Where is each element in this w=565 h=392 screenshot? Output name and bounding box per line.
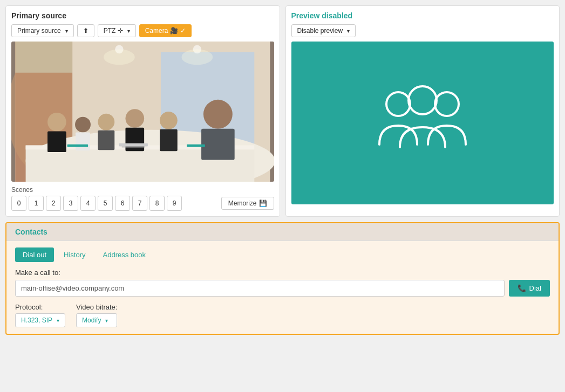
camera-label: Camera [145,27,168,35]
svg-rect-21 [119,143,148,147]
tab-history-label: History [64,251,85,259]
svg-rect-12 [76,133,90,151]
camera-button[interactable]: Camera 🎥 ✓ [139,24,192,37]
call-input[interactable] [15,280,505,297]
ptz-button[interactable]: PTZ ✛ [98,24,136,37]
scene-btn-5[interactable]: 5 [98,196,113,211]
top-section: Primary source Primary source ⬆ PTZ ✛ Ca… [5,5,560,217]
svg-point-30 [435,92,459,116]
dial-button[interactable]: 📞 Dial [509,280,550,297]
svg-rect-20 [201,129,235,160]
preview-panel: Preview disabled Disable preview [285,5,560,217]
preview-title: Preview disabled [291,11,554,20]
primary-source-title: Primary source [11,11,274,20]
contacts-body: Dial out History Address book Make a cal… [6,241,559,334]
contacts-tabs: Dial out History Address book [15,247,550,262]
protocol-label: Protocol: [15,303,65,311]
preview-image [291,42,554,204]
svg-point-15 [125,109,144,128]
primary-source-toolbar: Primary source ⬆ PTZ ✛ Camera 🎥 ✓ [11,24,274,37]
contacts-title: Contacts [15,228,47,236]
memorize-label: Memorize [228,200,257,207]
svg-rect-22 [122,147,145,148]
scene-btn-6[interactable]: 6 [115,196,130,211]
meeting-room-svg [11,42,274,182]
preview-toolbar: Disable preview [291,24,554,37]
tab-address-book[interactable]: Address book [96,247,154,262]
scene-btn-9[interactable]: 9 [167,196,182,211]
camera-icon: 🎥 [170,27,178,35]
memorize-button[interactable]: Memorize 💾 [221,197,274,210]
scenes-section: Scenes 0 1 2 3 4 5 6 7 8 9 Memorize 💾 [11,186,274,211]
call-row: 📞 Dial [15,280,550,297]
camera-preview [11,42,274,182]
make-call-label: Make a call to: [15,269,550,277]
video-bitrate-label: Video bitrate: [76,303,117,311]
main-container: Primary source Primary source ⬆ PTZ ✛ Ca… [0,0,565,392]
svg-point-17 [160,112,178,129]
svg-rect-23 [67,145,89,147]
svg-point-19 [203,100,233,129]
scene-btn-8[interactable]: 8 [149,196,165,211]
scenes-label: Scenes [11,186,274,194]
contacts-header: Contacts [6,223,559,241]
scene-btn-4[interactable]: 4 [80,196,96,211]
video-bitrate-button[interactable]: Modify [76,313,117,327]
protocol-button[interactable]: H.323, SIP [15,313,65,327]
svg-point-9 [47,113,66,132]
contacts-section: Contacts Dial out History Address book M… [5,222,560,335]
svg-point-28 [181,49,213,65]
disable-preview-button[interactable]: Disable preview [291,24,356,37]
tab-address-book-label: Address book [103,251,146,259]
scenes-row: 0 1 2 3 4 5 6 7 8 9 Memorize 💾 [11,196,274,211]
svg-point-29 [386,92,410,116]
camera-check-icon: ✓ [180,27,186,35]
svg-point-11 [75,117,91,133]
svg-point-31 [409,86,437,114]
scene-btn-7[interactable]: 7 [132,196,147,211]
scene-btn-3[interactable]: 3 [63,196,78,211]
phone-icon: 📞 [518,284,526,292]
tab-dial-out-label: Dial out [23,251,46,259]
scene-btn-1[interactable]: 1 [29,196,44,211]
video-bitrate-group: Video bitrate: Modify [76,303,117,327]
upload-button[interactable]: ⬆ [77,24,94,37]
tab-history[interactable]: History [56,247,93,262]
svg-point-13 [98,114,114,130]
tab-dial-out[interactable]: Dial out [15,247,54,262]
upload-icon: ⬆ [83,27,89,35]
svg-rect-14 [98,130,114,150]
svg-point-27 [104,49,135,65]
scene-btn-0[interactable]: 0 [11,196,26,211]
people-icon-svg [369,80,476,166]
svg-rect-10 [47,132,66,153]
dial-label: Dial [529,284,541,292]
scene-btn-2[interactable]: 2 [46,196,61,211]
svg-rect-24 [187,145,205,147]
primary-source-panel: Primary source Primary source ⬆ PTZ ✛ Ca… [5,5,280,217]
floppy-icon: 💾 [259,200,267,207]
protocol-group: Protocol: H.323, SIP [15,303,65,327]
options-row: Protocol: H.323, SIP Video bitrate: Modi… [15,303,550,327]
svg-rect-16 [125,128,144,151]
primary-source-dropdown[interactable]: Primary source [11,24,74,37]
svg-rect-18 [160,129,178,151]
